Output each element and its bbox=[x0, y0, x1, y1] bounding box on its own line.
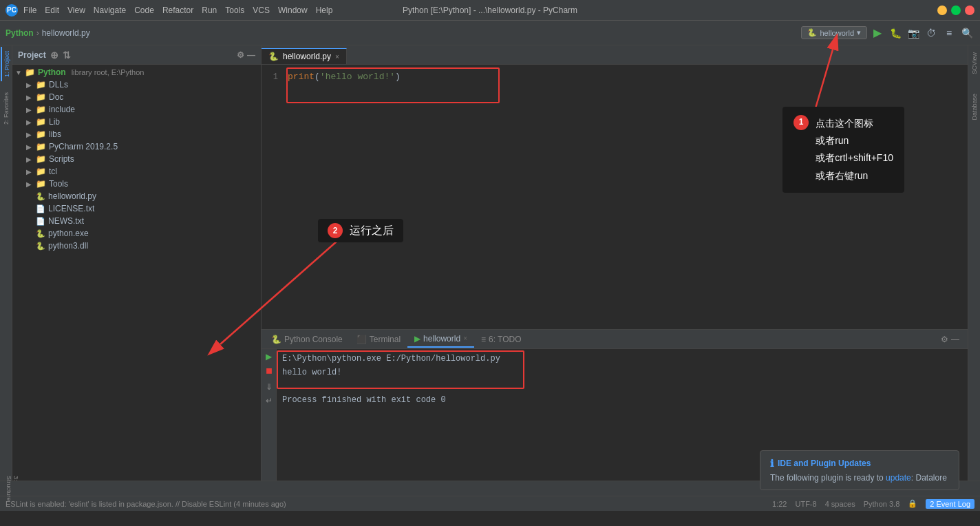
window-controls bbox=[937, 6, 974, 15]
menu-edit[interactable]: Edit bbox=[45, 6, 59, 15]
statusbar-python-version[interactable]: Python 3.8 bbox=[864, 500, 900, 508]
py-file-icon-helloworld: 🐍 bbox=[36, 192, 45, 201]
py-file-icon-pythonexe: 🐍 bbox=[36, 229, 45, 238]
tree-item-pythonexe[interactable]: ▶ 🐍 python.exe bbox=[12, 227, 261, 240]
annotation-circle-1: 1 bbox=[793, 115, 809, 130]
breadcrumb-project: Python bbox=[6, 28, 34, 38]
tree-arrow-include: ▶ bbox=[26, 106, 33, 114]
run-left-icons: ▶ ◼ ⇓ ↵ bbox=[262, 349, 277, 481]
tree-item-scripts[interactable]: ▶ 📁 Scripts bbox=[12, 153, 261, 165]
sidebar-tab-project[interactable]: 1: Project bbox=[1, 47, 12, 81]
tree-item-helloworld[interactable]: ▶ 🐍 helloworld.py bbox=[12, 190, 261, 202]
close-button[interactable] bbox=[965, 6, 974, 15]
tree-item-pycharm[interactable]: ▶ 📁 PyCharm 2019.2.5 bbox=[12, 140, 261, 153]
annotation-text-2: 运行之后 bbox=[350, 224, 394, 238]
bottom-tab-python-console[interactable]: 🐍 Python Console bbox=[264, 332, 350, 347]
menu-file[interactable]: File bbox=[23, 6, 36, 15]
statusbar-lock-icon: 🔒 bbox=[908, 499, 917, 508]
menu-run[interactable]: Run bbox=[202, 6, 217, 15]
tree-label-scripts: Scripts bbox=[49, 154, 74, 164]
bottom-tab-todo[interactable]: ≡ 6: TODO bbox=[474, 332, 529, 347]
menu-code[interactable]: Code bbox=[134, 6, 154, 15]
project-panel: Project ⊕ ⇅ ⚙ — ▼ 📁 Python library root,… bbox=[12, 45, 262, 481]
code-content[interactable]: print('hello world!') bbox=[282, 70, 968, 84]
debug-button[interactable]: 🐛 bbox=[888, 25, 903, 41]
menu-refactor[interactable]: Refactor bbox=[162, 6, 193, 15]
tree-label-news: NEWS.txt bbox=[48, 216, 84, 226]
todo-label: 6: TODO bbox=[489, 335, 522, 344]
tree-label-doc: Doc bbox=[49, 92, 63, 102]
tree-arrow-root: ▼ bbox=[15, 69, 22, 76]
run-scroll-icon[interactable]: ⇓ bbox=[266, 382, 273, 392]
tree-arrow-lib: ▶ bbox=[26, 118, 33, 126]
folder-icon-scripts: 📁 bbox=[36, 154, 46, 164]
editor-tab-helloworld[interactable]: 🐍 helloworld.py × bbox=[262, 48, 347, 64]
menu-tools[interactable]: Tools bbox=[225, 6, 244, 15]
notification-link[interactable]: update bbox=[886, 473, 911, 483]
structure-sidebar[interactable]: 3: Structure bbox=[6, 476, 19, 501]
tree-item-news[interactable]: ▶ 📄 NEWS.txt bbox=[12, 215, 261, 227]
run-play-icon[interactable]: ▶ bbox=[266, 352, 272, 361]
tree-label-tools: Tools bbox=[49, 179, 68, 189]
tree-label-python3dll: python3.dll bbox=[48, 241, 88, 251]
run-wrap-icon[interactable]: ↵ bbox=[266, 396, 273, 406]
run-stop-icon: ◼ bbox=[266, 366, 273, 375]
profile-button[interactable]: ⏱ bbox=[924, 25, 939, 41]
folder-icon-doc: 📁 bbox=[36, 92, 46, 102]
tree-arrow-tools: ▶ bbox=[26, 180, 33, 188]
run-button[interactable]: ▶ bbox=[870, 25, 885, 41]
menu-view[interactable]: View bbox=[67, 6, 85, 15]
line-numbers: 1 bbox=[262, 70, 282, 84]
bottom-panel-actions: ⚙ — bbox=[941, 335, 965, 344]
menu-help[interactable]: Help bbox=[316, 6, 333, 15]
tree-item-dlls[interactable]: ▶ 📁 DLLs bbox=[12, 78, 261, 91]
code-editor[interactable]: 1 print('hello world!') bbox=[262, 65, 968, 329]
folder-icon-dlls: 📁 bbox=[36, 80, 46, 90]
right-sidebar-database[interactable]: Database bbox=[970, 90, 979, 125]
tree-root[interactable]: ▼ 📁 Python library root, E:\Python bbox=[12, 66, 261, 78]
bottom-tab-run[interactable]: ▶ helloworld × bbox=[407, 331, 474, 348]
event-log-badge[interactable]: 2 Event Log bbox=[926, 499, 974, 509]
breadcrumb-file: helloworld.py bbox=[42, 28, 90, 38]
bottom-tab-terminal[interactable]: ⬛ Terminal bbox=[350, 332, 407, 347]
tree-item-lib[interactable]: ▶ 📁 Lib bbox=[12, 116, 261, 128]
coverage-button[interactable]: 📷 bbox=[906, 25, 921, 41]
tree-item-license[interactable]: ▶ 📄 LICENSE.txt bbox=[12, 202, 261, 215]
line-number-1: 1 bbox=[262, 70, 278, 84]
tab-close-helloworld[interactable]: × bbox=[335, 53, 339, 61]
tree-item-libs[interactable]: ▶ 📁 libs bbox=[12, 128, 261, 140]
file-icon-news: 📄 bbox=[36, 217, 45, 226]
tree-item-tools[interactable]: ▶ 📁 Tools bbox=[12, 178, 261, 190]
maximize-button[interactable] bbox=[951, 6, 961, 15]
statusbar-encoding[interactable]: UTF-8 bbox=[795, 500, 816, 508]
header-minimize-icon[interactable]: — bbox=[247, 50, 255, 60]
menu-navigate[interactable]: Navigate bbox=[94, 6, 126, 15]
search-everywhere-button[interactable]: 🔍 bbox=[959, 25, 974, 41]
menu-window[interactable]: Window bbox=[278, 6, 308, 15]
bottom-minimize-icon[interactable]: — bbox=[951, 335, 959, 344]
code-line-1: print('hello world!') bbox=[282, 70, 968, 84]
statusbar-position[interactable]: 1:22 bbox=[772, 500, 787, 508]
tree-item-include[interactable]: ▶ 📁 include bbox=[12, 103, 261, 116]
terminal-icon: ⬛ bbox=[356, 335, 367, 344]
bottom-gear-icon[interactable]: ⚙ bbox=[941, 335, 948, 344]
tree-arrow-doc: ▶ bbox=[26, 94, 33, 101]
header-gear-icon[interactable]: ⚙ bbox=[237, 50, 244, 60]
run-configuration-selector[interactable]: 🐍 helloworld ▾ bbox=[801, 26, 867, 39]
tree-item-doc[interactable]: ▶ 📁 Doc bbox=[12, 91, 261, 103]
run-output-line-2: hello world! bbox=[282, 366, 962, 379]
menu-vcs[interactable]: VCS bbox=[253, 6, 270, 15]
tree-item-tcl[interactable]: ▶ 📁 tcl bbox=[12, 165, 261, 178]
tree-item-python3dll[interactable]: ▶ 🐍 python3.dll bbox=[12, 240, 261, 252]
header-icon-sync[interactable]: ⇅ bbox=[63, 50, 71, 61]
statusbar-spaces[interactable]: 4 spaces bbox=[825, 500, 855, 508]
more-actions-button[interactable]: ≡ bbox=[941, 25, 957, 41]
sidebar-tab-favorites[interactable]: 2: Favorites bbox=[1, 88, 11, 129]
tree-label-libs: libs bbox=[49, 129, 61, 139]
project-tree: ▼ 📁 Python library root, E:\Python ▶ 📁 D… bbox=[12, 65, 261, 481]
project-panel-header: Project ⊕ ⇅ ⚙ — bbox=[12, 45, 261, 65]
header-icon-add[interactable]: ⊕ bbox=[50, 50, 58, 61]
right-sidebar-scview[interactable]: SCView bbox=[970, 48, 979, 78]
minimize-button[interactable] bbox=[937, 6, 947, 15]
run-tab-close[interactable]: × bbox=[463, 335, 467, 342]
